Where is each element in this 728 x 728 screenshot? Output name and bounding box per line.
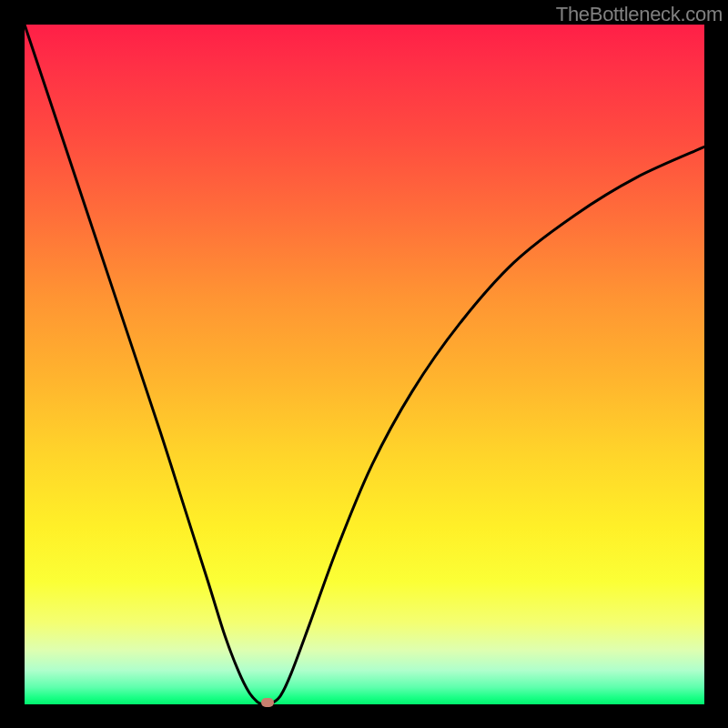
chart-frame: TheBottleneck.com bbox=[0, 0, 728, 728]
bottleneck-curve bbox=[25, 25, 704, 704]
plot-area bbox=[25, 25, 704, 704]
credit-label: TheBottleneck.com bbox=[556, 3, 723, 26]
minimum-marker-icon bbox=[261, 698, 274, 707]
